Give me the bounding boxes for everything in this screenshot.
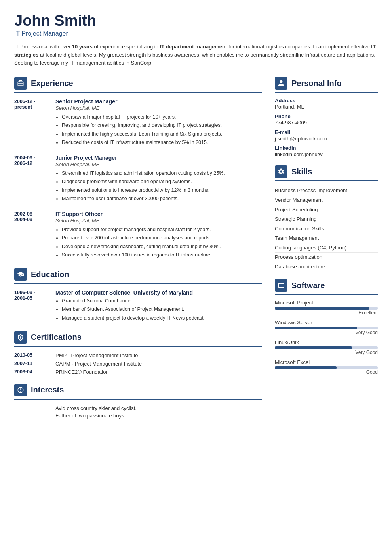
software-divider: [275, 294, 378, 295]
personal-info-section: Personal Info Address Portland, ME Phone…: [275, 77, 378, 157]
exp-bullets-3: Provided support for project managers an…: [55, 226, 262, 259]
skill-item-3: Strategic Planning: [275, 214, 378, 224]
personal-info-divider: [275, 92, 378, 93]
exp-bullets-2: Streamlined IT logistics and administrat…: [55, 169, 262, 203]
candidate-name: John Smith: [14, 13, 378, 29]
experience-title: Experience: [31, 79, 73, 88]
software-item-3: Microsoft Excel Good: [275, 359, 378, 375]
software-icon: [275, 279, 287, 292]
certifications-icon: [14, 331, 27, 344]
certifications-title: Certifications: [31, 333, 82, 342]
education-header: Education: [14, 268, 262, 281]
edu-content-1: Master of Computer Science, University o…: [55, 289, 262, 322]
edu-dates-1: 1996-09 - 2001-05: [14, 289, 49, 322]
skill-item-8: Database architecture: [275, 262, 378, 271]
software-bar-fill-2: [275, 346, 352, 349]
certifications-header: Certifications: [14, 331, 262, 344]
certifications-section: Certifications 2010-05 PMP - Project Man…: [14, 331, 262, 375]
personal-info-linkedin-value: linkedin.com/johnutw: [275, 151, 378, 157]
exp-content-2: Junior Project Manager Seton Hospital, M…: [55, 155, 262, 203]
experience-icon: [14, 77, 27, 90]
personal-info-email-label: E-mail: [275, 129, 378, 135]
skills-header: Skills: [275, 165, 378, 178]
edu-entry-1: 1996-09 - 2001-05 Master of Computer Sci…: [14, 289, 262, 322]
exp-dates-2: 2004-09 - 2006-12: [14, 155, 49, 203]
skill-item-5: Team Management: [275, 233, 378, 243]
exp-content-3: IT Support Officer Seton Hospital, ME Pr…: [55, 211, 262, 259]
skill-item-0: Business Process Improvement: [275, 186, 378, 195]
personal-info-address-label: Address: [275, 98, 378, 103]
personal-info-phone-value: 774-987-4009: [275, 120, 378, 126]
cert-entry-2: 2007-11 CAPM - Project Management Instit…: [14, 361, 262, 367]
software-bar-bg-0: [275, 307, 378, 310]
main-layout: Experience 2006-12 - present Senior Proj…: [14, 77, 378, 427]
interests-header: Interests: [14, 384, 262, 396]
personal-info-icon: [275, 77, 287, 90]
exp-entry-1: 2006-12 - present Senior Project Manager…: [14, 98, 262, 147]
resume-header: John Smith IT Project Manager IT Profess…: [14, 13, 378, 67]
skills-icon: [275, 165, 287, 178]
software-bar-bg-3: [275, 366, 378, 369]
exp-dates-3: 2002-08 - 2004-09: [14, 211, 49, 259]
personal-info-phone-label: Phone: [275, 113, 378, 119]
exp-entry-2: 2004-09 - 2006-12 Junior Project Manager…: [14, 155, 262, 203]
experience-section: Experience 2006-12 - present Senior Proj…: [14, 77, 262, 259]
experience-divider: [14, 92, 262, 93]
experience-header: Experience: [14, 77, 262, 90]
software-bar-bg-2: [275, 346, 378, 349]
left-column: Experience 2006-12 - present Senior Proj…: [14, 77, 262, 427]
software-title: Software: [291, 281, 325, 290]
software-bar-bg-1: [275, 327, 378, 329]
candidate-summary: IT Professional with over 10 years of ex…: [14, 43, 378, 67]
interests-title: Interests: [31, 385, 64, 394]
software-bar-fill-3: [275, 366, 337, 369]
software-header: Software: [275, 279, 378, 292]
personal-info-header: Personal Info: [275, 77, 378, 90]
exp-dates-1: 2006-12 - present: [14, 98, 49, 147]
interests-divider: [14, 399, 262, 400]
exp-content-1: Senior Project Manager Seton Hospital, M…: [55, 98, 262, 147]
software-bar-fill-0: [275, 307, 369, 310]
exp-bullets-1: Oversaw all major hospital IT projects f…: [55, 113, 262, 147]
certifications-divider: [14, 346, 262, 347]
skill-item-4: Communication Skills: [275, 224, 378, 233]
education-icon: [14, 268, 27, 281]
skill-item-6: Coding languages (C#, Python): [275, 243, 378, 253]
right-column: Personal Info Address Portland, ME Phone…: [275, 77, 378, 427]
interest-item-1: Avid cross country skier and cyclist.: [55, 405, 262, 411]
cert-entry-3: 2003-04 PRINCE2® Foundation: [14, 369, 262, 375]
software-item-0: Microsoft Project Excellent: [275, 300, 378, 316]
personal-info-linkedin-label: LinkedIn: [275, 145, 378, 151]
interest-item-2: Father of two passionate boys.: [55, 413, 262, 419]
education-section: Education 1996-09 - 2001-05 Master of Co…: [14, 268, 262, 322]
software-section: Software Microsoft Project Excellent Win…: [275, 279, 378, 375]
interests-icon: [14, 384, 27, 396]
edu-bullets-1: Graduated Summa Cum Laude. Member of Stu…: [55, 297, 262, 322]
software-item-1: Windows Server Very Good: [275, 320, 378, 335]
skills-title: Skills: [291, 167, 312, 176]
personal-info-email-value: j.smith@uptowork.com: [275, 136, 378, 142]
education-divider: [14, 283, 262, 284]
personal-info-title: Personal Info: [291, 79, 342, 88]
skill-item-7: Process optimization: [275, 253, 378, 262]
interests-section: Interests Avid cross country skier and c…: [14, 384, 262, 419]
candidate-title: IT Project Manager: [14, 30, 378, 37]
exp-entry-3: 2002-08 - 2004-09 IT Support Officer Set…: [14, 211, 262, 259]
cert-entry-1: 2010-05 PMP - Project Management Institu…: [14, 352, 262, 358]
skills-section: Skills Business Process Improvement Vend…: [275, 165, 378, 271]
software-item-2: Linux/Unix Very Good: [275, 339, 378, 355]
skill-item-1: Vendor Management: [275, 195, 378, 205]
education-title: Education: [31, 270, 69, 279]
software-bar-fill-1: [275, 327, 357, 329]
skill-item-2: Project Scheduling: [275, 205, 378, 214]
skills-divider: [275, 180, 378, 181]
personal-info-address-value: Portland, ME: [275, 104, 378, 110]
